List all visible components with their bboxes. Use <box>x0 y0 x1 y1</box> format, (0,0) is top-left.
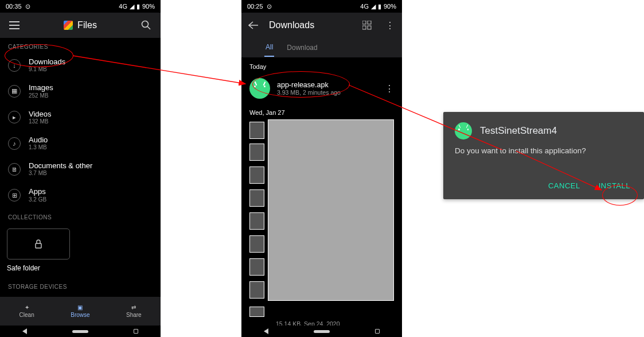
home-button[interactable] <box>72 330 88 333</box>
recents-button[interactable] <box>134 329 138 334</box>
recents-button[interactable] <box>375 329 380 334</box>
svg-rect-4 <box>362 26 366 29</box>
android-icon <box>249 78 270 99</box>
status-time: 00:35 <box>6 3 22 10</box>
category-title: Downloads <box>29 58 65 66</box>
share-icon: ⇄ <box>131 304 136 311</box>
back-button[interactable] <box>264 328 268 334</box>
nav-clean[interactable]: ✦ Clean <box>0 297 53 326</box>
install-button[interactable]: INSTALL <box>596 178 633 193</box>
status-network: 4G <box>119 3 127 10</box>
svg-rect-1 <box>36 243 41 248</box>
svg-rect-5 <box>368 26 371 29</box>
bottom-nav: ✦ Clean ▣ Browse ⇄ Share <box>0 297 161 326</box>
app-title: Files <box>77 20 97 30</box>
categories-label: CATEGORIES <box>0 38 161 52</box>
nav-browse[interactable]: ▣ Browse <box>53 297 107 326</box>
images-icon: ▦ <box>8 85 21 98</box>
sparkle-icon: ✦ <box>25 304 29 311</box>
category-apps[interactable]: ⊞ Apps 3.2 GB <box>0 182 161 208</box>
status-battery: 90% <box>142 3 155 10</box>
cancel-button[interactable]: CANCEL <box>546 178 583 193</box>
app-bar: Downloads ⋮ <box>241 13 402 38</box>
tab-all[interactable]: All <box>264 38 274 57</box>
file-sub: 3.93 MB, 2 minutes ago <box>277 89 376 96</box>
lock-icon <box>34 239 42 249</box>
date-today: Today <box>241 57 402 73</box>
svg-rect-2 <box>362 21 366 24</box>
download-icon: ↓ <box>8 59 21 72</box>
android-icon <box>455 122 472 140</box>
status-icon: ⊙ <box>25 3 30 10</box>
files-app-screen: 00:35 ⊙ 4G ◢ ▮ 90% Files CATEGORIES ↓ Do… <box>0 0 161 337</box>
nav-share[interactable]: ⇄ Share <box>107 297 161 326</box>
category-downloads[interactable]: ↓ Downloads 9.1 MB <box>0 52 161 78</box>
signal-icon: ◢ <box>130 3 134 10</box>
battery-icon: ▮ <box>136 3 140 10</box>
status-icon: ⊙ <box>267 3 272 10</box>
dialog-title: TestSinetStream4 <box>480 125 557 137</box>
apps-icon: ⊞ <box>8 189 21 202</box>
date-wed: Wed, Jan 27 <box>241 103 402 119</box>
file-name: app-release.apk <box>277 81 376 89</box>
system-nav <box>0 326 161 337</box>
svg-rect-3 <box>368 21 371 24</box>
safe-folder-label: Safe folder <box>0 262 161 278</box>
status-bar: 00:35 ⊙ 4G ◢ ▮ 90% <box>0 0 161 13</box>
category-videos[interactable]: ▸ Videos 132 MB <box>0 104 161 130</box>
battery-icon: ▮ <box>378 3 381 10</box>
file-app-release[interactable]: app-release.apk 3.93 MB, 2 minutes ago ⋮ <box>241 73 402 103</box>
svg-point-0 <box>142 21 149 28</box>
audio-icon: ♪ <box>8 137 21 150</box>
status-bar: 00:25 ⊙ 4G ◢ ▮ 90% <box>241 0 402 13</box>
home-button[interactable] <box>314 330 330 333</box>
videos-icon: ▸ <box>8 111 21 123</box>
folder-icon: ▣ <box>77 304 83 311</box>
search-icon[interactable] <box>140 19 153 32</box>
tabs: All Download <box>241 38 402 57</box>
page-title: Downloads <box>269 20 314 30</box>
redacted-area <box>241 119 402 320</box>
collections-label: COLLECTIONS <box>0 208 161 223</box>
dialog-message: Do you want to install this application? <box>455 146 633 155</box>
category-documents[interactable]: 🗎 Documents & other 3.7 MB <box>0 156 161 182</box>
app-bar: Files <box>0 13 161 38</box>
more-icon[interactable]: ⋮ <box>384 19 396 32</box>
category-sub: 9.1 MB <box>29 66 65 72</box>
grid-view-icon[interactable] <box>361 19 373 32</box>
back-icon[interactable] <box>247 19 260 32</box>
status-time: 00:25 <box>247 3 263 10</box>
storage-label: STORAGE DEVICES <box>0 278 161 292</box>
status-battery: 90% <box>384 3 396 10</box>
category-audio[interactable]: ♪ Audio 1.3 MB <box>0 130 161 156</box>
install-dialog: TestSinetStream4 Do you want to install … <box>443 112 644 199</box>
back-button[interactable] <box>22 328 27 334</box>
status-network: 4G <box>360 3 369 10</box>
tab-download[interactable]: Download <box>286 39 318 56</box>
signal-icon: ◢ <box>371 3 376 10</box>
system-nav <box>241 326 402 337</box>
files-logo-icon <box>64 21 73 30</box>
file-more-icon[interactable]: ⋮ <box>383 81 396 96</box>
category-images[interactable]: ▦ Images 252 MB <box>0 78 161 104</box>
safe-folder-box[interactable] <box>7 228 70 259</box>
documents-icon: 🗎 <box>8 163 21 176</box>
downloads-screen: 00:25 ⊙ 4G ◢ ▮ 90% Downloads ⋮ All Downl… <box>241 0 402 337</box>
menu-icon[interactable] <box>8 19 21 32</box>
